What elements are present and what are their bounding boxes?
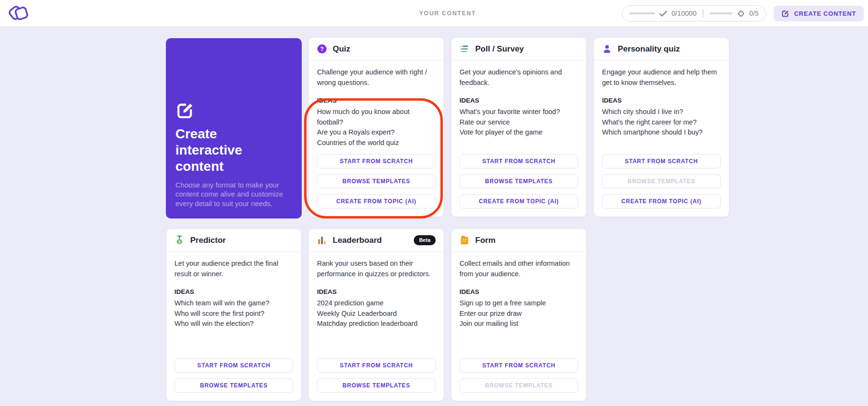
idea-item: Sign up to get a free sample <box>460 298 578 309</box>
start-from-scratch-button[interactable]: START FROM SCRATCH <box>602 154 721 168</box>
diamond-icon <box>736 9 746 19</box>
card-form-body: Collect emails and other information fro… <box>451 252 586 401</box>
ideas-heading: IDEAS <box>602 95 721 105</box>
idea-item: Who will score the first point? <box>174 309 293 319</box>
card-personality-quiz: Personality quiz Engage your audience an… <box>593 37 729 217</box>
card-title: Quiz <box>333 44 350 54</box>
card-quiz-body: Challenge your audience with right / wro… <box>309 61 444 217</box>
start-from-scratch-button[interactable]: START FROM SCRATCH <box>317 154 436 168</box>
browse-templates-button[interactable]: BROWSE TEMPLATES <box>174 378 293 393</box>
card-leaderboard: Leaderboard Beta Rank your users based o… <box>308 229 444 401</box>
create-content-label: CREATE CONTENT <box>794 10 856 17</box>
person-icon <box>602 44 612 54</box>
idea-item: Matchday prediction leaderboard <box>317 319 436 329</box>
browse-templates-button[interactable]: BROWSE TEMPLATES <box>460 174 578 188</box>
logo-icon <box>7 3 30 23</box>
pill-divider <box>703 9 704 18</box>
idea-item: Are you a Royals expert? <box>317 127 436 138</box>
card-poll-body: Get your audience's opinions and feedbac… <box>451 61 586 217</box>
ideas-heading: IDEAS <box>460 287 578 297</box>
card-quiz: ? Quiz Challenge your audience with righ… <box>308 37 444 217</box>
idea-item: 2024 prediction game <box>317 298 436 309</box>
usage-pill: 0/10000 0/5 <box>622 5 766 21</box>
card-description: Rank your users based on their performan… <box>317 259 436 279</box>
edit-pencil-icon <box>175 101 194 120</box>
card-description: Let your audience predict the final resu… <box>174 259 293 279</box>
start-from-scratch-button[interactable]: START FROM SCRATCH <box>317 358 436 373</box>
card-poll-survey: Poll / Survey Get your audience's opinio… <box>451 37 587 217</box>
card-description: Engage your audience and help them get t… <box>602 67 721 88</box>
card-form-buttons: START FROM SCRATCH BROWSE TEMPLATES <box>460 358 578 393</box>
card-title: Predictor <box>190 236 226 245</box>
idea-item: Weekly Quiz Leaderboard <box>317 309 436 319</box>
card-predictor: 1 Predictor Let your audience predict th… <box>166 229 302 401</box>
app-window: YOUR CONTENT 0/10000 0/5 <box>0 0 868 406</box>
check-icon <box>658 9 668 19</box>
card-title: Leaderboard <box>333 236 382 245</box>
question-mark-icon: ? <box>317 44 327 54</box>
idea-item: Enter our prize draw <box>460 309 578 319</box>
card-predictor-header: 1 Predictor <box>166 229 301 252</box>
browse-templates-button-disabled: BROWSE TEMPLATES <box>602 174 721 188</box>
top-bar: YOUR CONTENT 0/10000 0/5 <box>0 0 868 27</box>
beta-badge: Beta <box>414 235 436 245</box>
start-from-scratch-button[interactable]: START FROM SCRATCH <box>460 154 578 168</box>
idea-item: How much do you know about football? <box>317 107 436 127</box>
card-description: Collect emails and other information fro… <box>460 259 578 279</box>
idea-item: Rate our service <box>460 117 578 128</box>
card-description: Get your audience's opinions and feedbac… <box>460 67 578 88</box>
content-usage-value: 0/5 <box>749 10 759 17</box>
content-progress-track <box>710 12 733 14</box>
card-description: Challenge your audience with right / wro… <box>317 67 436 88</box>
card-title: Form <box>475 236 496 245</box>
idea-item: What's your favorite winter food? <box>460 107 578 117</box>
card-quiz-buttons: START FROM SCRATCH BROWSE TEMPLATES CREA… <box>317 154 436 208</box>
edit-pencil-icon <box>781 10 789 18</box>
create-from-topic-ai-button[interactable]: CREATE FROM TOPIC (AI) <box>602 194 721 208</box>
bar-chart-icon <box>317 235 327 245</box>
ideas-heading: IDEAS <box>317 95 436 105</box>
card-poll-header: Poll / Survey <box>451 38 586 61</box>
svg-text:?: ? <box>320 46 324 52</box>
card-leaderboard-body: Rank your users based on their performan… <box>309 252 444 401</box>
card-personality-header: Personality quiz <box>594 38 729 61</box>
top-right-controls: 0/10000 0/5 CREATE CONTENT <box>622 0 864 27</box>
responses-usage-value: 0/10000 <box>672 10 696 17</box>
hero-description: Choose any format to make your content c… <box>175 180 287 208</box>
browse-templates-button-disabled: BROWSE TEMPLATES <box>460 378 578 393</box>
create-from-topic-ai-button[interactable]: CREATE FROM TOPIC (AI) <box>317 194 436 208</box>
ideas-heading: IDEAS <box>460 95 578 105</box>
start-from-scratch-button[interactable]: START FROM SCRATCH <box>460 358 578 373</box>
idea-item: Which team will win the game? <box>174 298 293 309</box>
card-title: Poll / Survey <box>475 44 524 54</box>
hero-card: Create interactive content Choose any fo… <box>166 38 302 219</box>
idea-item: Which smartphone should I buy? <box>602 127 721 138</box>
create-content-button[interactable]: CREATE CONTENT <box>774 6 864 21</box>
card-personality-buttons: START FROM SCRATCH BROWSE TEMPLATES CREA… <box>602 154 721 208</box>
app-logo[interactable] <box>7 3 30 23</box>
idea-item: Countries of the world quiz <box>317 138 436 148</box>
browse-templates-button[interactable]: BROWSE TEMPLATES <box>317 378 436 393</box>
card-form: Form Collect emails and other informatio… <box>451 229 587 401</box>
browse-templates-button[interactable]: BROWSE TEMPLATES <box>317 174 436 188</box>
card-title: Personality quiz <box>618 44 680 54</box>
idea-item: Which city should I live in? <box>602 107 721 117</box>
svg-text:1: 1 <box>178 239 181 244</box>
ideas-heading: IDEAS <box>317 287 436 297</box>
card-leaderboard-header: Leaderboard Beta <box>309 229 444 252</box>
form-clipboard-icon <box>460 235 470 245</box>
create-from-topic-ai-button[interactable]: CREATE FROM TOPIC (AI) <box>460 194 578 208</box>
card-quiz-header: ? Quiz <box>309 38 444 61</box>
card-leaderboard-buttons: START FROM SCRATCH BROWSE TEMPLATES <box>317 358 436 393</box>
page-title: YOUR CONTENT <box>419 10 476 17</box>
hero-title: Create interactive content <box>175 126 264 175</box>
card-predictor-body: Let your audience predict the final resu… <box>166 252 301 401</box>
card-form-header: Form <box>451 229 586 252</box>
idea-item: Join our mailing list <box>460 319 578 329</box>
card-poll-buttons: START FROM SCRATCH BROWSE TEMPLATES CREA… <box>460 154 578 208</box>
idea-item: What's the right career for me? <box>602 117 721 128</box>
medal-icon: 1 <box>174 235 184 245</box>
idea-item: Who will win the election? <box>174 319 293 329</box>
start-from-scratch-button[interactable]: START FROM SCRATCH <box>174 358 293 373</box>
ideas-heading: IDEAS <box>174 287 293 297</box>
